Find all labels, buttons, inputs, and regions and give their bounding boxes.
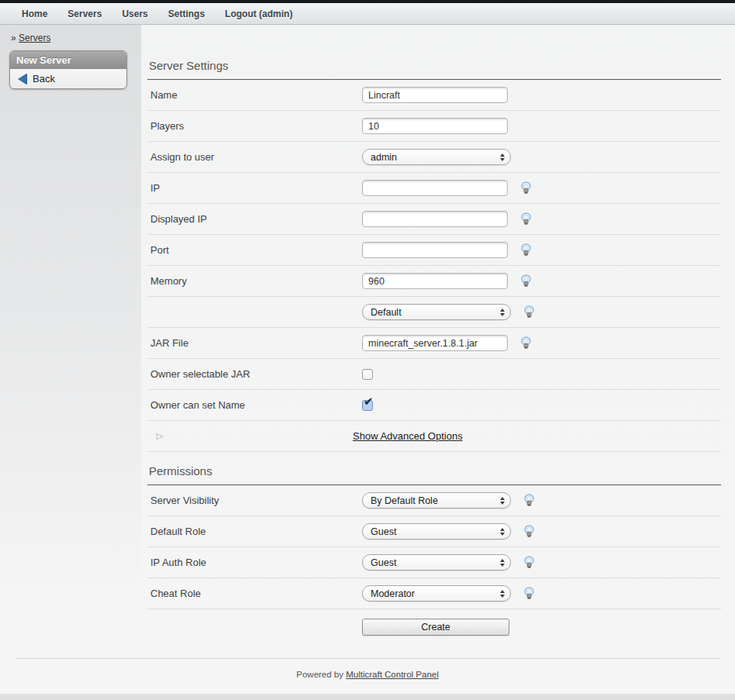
displayed-ip-label: Displayed IP — [147, 213, 362, 225]
row-ip: IP — [147, 173, 721, 204]
breadcrumb: » Servers — [0, 25, 735, 43]
row-displayed-ip: Displayed IP — [147, 204, 721, 235]
row-advanced-options: ▷ Show Advanced Options — [147, 421, 721, 452]
section-title-permissions: Permissions — [147, 452, 721, 485]
row-jar-file: JAR File — [147, 328, 721, 359]
memory-preset-value: Default — [371, 307, 402, 318]
row-players: Players — [147, 111, 721, 142]
ip-auth-role-label: IP Auth Role — [147, 557, 362, 568]
cheat-role-label: Cheat Role — [147, 588, 362, 599]
nav-servers[interactable]: Servers — [67, 9, 102, 19]
help-bulb-icon[interactable] — [523, 556, 535, 569]
row-default-role: Default Role Guest — [147, 516, 721, 547]
show-advanced-options-link[interactable]: Show Advanced Options — [353, 430, 463, 442]
cheat-role-select[interactable]: Moderator — [362, 585, 511, 602]
help-bulb-icon[interactable] — [520, 243, 532, 257]
section-title-server-settings: Server Settings — [147, 47, 721, 80]
expander-triangle-icon[interactable]: ▷ — [147, 431, 353, 441]
row-memory-preset: Default — [147, 297, 721, 328]
footer-text: Powered by — [296, 670, 346, 679]
owner-selectable-jar-label: Owner selectable JAR — [147, 368, 362, 380]
owner-selectable-jar-checkbox[interactable]: ✔ — [362, 369, 373, 380]
default-role-label: Default Role — [147, 526, 362, 537]
row-name: Name — [147, 80, 721, 111]
main-content: Server Settings Name Players Assign to u… — [147, 47, 721, 645]
players-input[interactable] — [362, 118, 508, 134]
row-owner-can-set-name: Owner can set Name ✔ — [147, 390, 721, 421]
row-server-visibility: Server Visibility By Default Role — [147, 485, 721, 516]
port-label: Port — [147, 244, 362, 256]
create-row: Create — [147, 609, 721, 645]
select-arrows-icon — [500, 590, 505, 598]
ip-label: IP — [147, 182, 362, 194]
top-navbar: Home Servers Users Settings Logout (admi… — [0, 3, 735, 25]
jar-file-label: JAR File — [147, 337, 362, 349]
server-visibility-label: Server Visibility — [147, 495, 362, 506]
create-button[interactable]: Create — [362, 619, 509, 636]
owner-can-set-name-label: Owner can set Name — [147, 399, 362, 411]
default-role-select[interactable]: Guest — [362, 523, 511, 540]
server-visibility-value: By Default Role — [371, 495, 438, 506]
select-arrows-icon — [500, 528, 505, 536]
memory-input[interactable] — [362, 273, 508, 289]
breadcrumb-prefix: » — [11, 33, 16, 43]
select-arrows-icon — [500, 559, 505, 567]
back-label: Back — [33, 73, 55, 84]
owner-can-set-name-checkbox[interactable]: ✔ — [362, 400, 373, 411]
server-visibility-select[interactable]: By Default Role — [362, 492, 511, 509]
nav-users[interactable]: Users — [122, 9, 147, 19]
row-port: Port — [147, 235, 721, 266]
nav-home[interactable]: Home — [22, 9, 47, 19]
background-wash — [0, 25, 141, 660]
displayed-ip-input[interactable] — [362, 211, 508, 227]
row-ip-auth-role: IP Auth Role Guest — [147, 547, 721, 578]
cheat-role-value: Moderator — [371, 588, 415, 599]
name-input[interactable] — [362, 87, 508, 103]
row-cheat-role: Cheat Role Moderator — [147, 578, 721, 609]
sidebar-back-button[interactable]: Back — [10, 69, 126, 88]
select-arrows-icon — [500, 309, 505, 316]
jar-file-input[interactable] — [362, 335, 508, 351]
assign-user-value: admin — [371, 152, 397, 163]
help-bulb-icon[interactable] — [520, 274, 532, 288]
port-input[interactable] — [362, 242, 508, 258]
help-bulb-icon[interactable] — [523, 587, 535, 600]
row-owner-selectable-jar: Owner selectable JAR ✔ — [147, 359, 721, 390]
ip-auth-role-value: Guest — [371, 557, 396, 568]
assign-user-label: Assign to user — [147, 151, 362, 163]
help-bulb-icon[interactable] — [520, 181, 532, 195]
memory-preset-select[interactable]: Default — [362, 304, 511, 320]
bottom-strip — [0, 694, 735, 700]
nav-logout[interactable]: Logout (admin) — [225, 9, 292, 19]
sidebar-title: New Server — [10, 51, 126, 69]
back-arrow-icon — [18, 74, 26, 84]
ip-auth-role-select[interactable]: Guest — [362, 554, 511, 571]
help-bulb-icon[interactable] — [520, 212, 532, 226]
nav-settings[interactable]: Settings — [168, 9, 205, 19]
row-assign-user: Assign to user admin — [147, 142, 721, 173]
assign-user-select[interactable]: admin — [362, 149, 511, 165]
help-bulb-icon[interactable] — [520, 336, 532, 350]
help-bulb-icon[interactable] — [523, 305, 535, 319]
help-bulb-icon[interactable] — [523, 494, 535, 507]
players-label: Players — [147, 120, 362, 132]
select-arrows-icon — [500, 497, 505, 505]
help-bulb-icon[interactable] — [523, 525, 535, 538]
footer-multicraft-link[interactable]: Multicraft Control Panel — [346, 670, 439, 679]
memory-label: Memory — [147, 275, 362, 287]
row-memory: Memory — [147, 266, 721, 297]
footer: Powered by Multicraft Control Panel — [16, 658, 719, 694]
page: Home Servers Users Settings Logout (admi… — [0, 0, 735, 700]
select-arrows-icon — [500, 153, 505, 161]
sidebar-menu: New Server Back — [9, 50, 127, 89]
name-label: Name — [147, 89, 362, 101]
ip-input[interactable] — [362, 180, 508, 196]
breadcrumb-servers-link[interactable]: Servers — [19, 33, 50, 43]
default-role-value: Guest — [371, 526, 396, 537]
